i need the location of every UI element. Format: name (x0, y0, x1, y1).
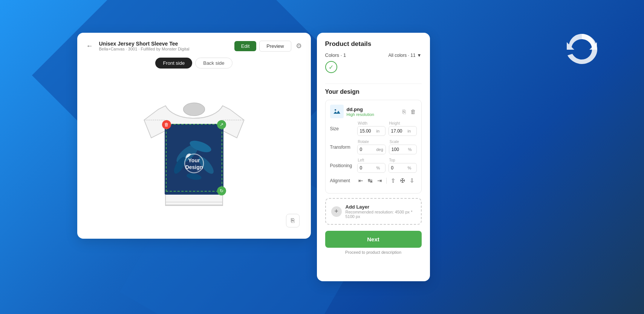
your-design-section: Your design dd.png (325, 88, 422, 231)
front-side-button[interactable]: Front side (155, 58, 192, 69)
align-center-h-button[interactable]: ↹ (367, 177, 374, 185)
size-fields: Width in Height in (357, 121, 417, 136)
add-layer-subtitle: Recommended resolution: 4500 px * 5100 p… (346, 210, 416, 219)
scale-unit: % (408, 145, 414, 154)
chevron-down-icon: ▼ (417, 53, 422, 58)
transform-label: Transform (330, 145, 357, 150)
left-input-group: % (357, 163, 385, 173)
next-button-subtitle: Proceed to product description (325, 250, 422, 255)
transform-row: Transform Rotate deg Scale (330, 140, 417, 154)
rotate-input[interactable] (358, 145, 376, 154)
delete-design-button[interactable]: 🗑 (410, 108, 417, 116)
header-right: Edit Preview ⚙ (234, 40, 303, 52)
align-left-button[interactable]: ⇤ (357, 177, 364, 185)
height-field-group: Height in (389, 121, 417, 136)
size-row: Size Width in Height (330, 121, 417, 136)
design-file-resolution: High resolution (347, 112, 374, 117)
design-file-info: dd.png High resolution (347, 107, 374, 117)
scale-sublabel: Scale (389, 140, 417, 144)
side-toggle: Front side Back side (85, 58, 303, 69)
rotate-field-group: Rotate deg (357, 140, 386, 154)
product-details-section: Product details Colors · 1 All colors · … (325, 40, 422, 79)
width-sublabel: Width (357, 121, 385, 125)
width-field-group: Width in (357, 121, 385, 136)
alignment-icons: ⇤ ↹ ⇥ ⇧ ✠ ⇩ (357, 177, 416, 185)
height-input[interactable] (389, 127, 408, 136)
left-input[interactable] (358, 163, 376, 172)
rotate-input-group: deg (357, 145, 386, 154)
width-unit: in (376, 127, 382, 135)
align-middle-v-button[interactable]: ✠ (399, 177, 406, 185)
settings-button[interactable]: ⚙ (294, 40, 303, 52)
refresh-icon (565, 30, 599, 66)
align-right-button[interactable]: ⇥ (376, 177, 383, 185)
add-layer-button[interactable]: + Add Layer Recommended resolution: 4500… (325, 198, 422, 225)
top-sublabel: Top (389, 158, 417, 162)
scale-field-group: Scale % (389, 140, 417, 154)
top-unit: % (408, 164, 414, 172)
product-details-title: Product details (325, 40, 422, 48)
add-layer-title: Add Layer (346, 204, 416, 210)
size-label: Size (330, 126, 357, 131)
svg-rect-14 (332, 107, 341, 116)
keyboard-button[interactable]: ⎘ (286, 214, 300, 227)
copy-design-button[interactable]: ⎘ (402, 108, 407, 116)
positioning-label: Positioning (330, 163, 357, 168)
positioning-fields: Left % Top % (357, 158, 417, 173)
product-title: Unisex Jersey Short Sleeve Tee (99, 41, 190, 47)
resize-handle[interactable]: ↗ (217, 120, 226, 129)
transform-fields: Rotate deg Scale % (357, 140, 417, 154)
product-subtitle: Bella+Canvas · 3001 · Fulfilled by Monst… (99, 47, 190, 51)
align-separator (386, 178, 387, 184)
your-design-title: Your design (325, 88, 422, 95)
editor-header: ← Unisex Jersey Short Sleeve Tee Bella+C… (85, 40, 303, 52)
left-sublabel: Left (357, 158, 385, 162)
top-input-group: % (389, 163, 417, 173)
back-side-button[interactable]: Back side (195, 58, 232, 69)
design-thumbnail (330, 105, 344, 118)
width-input[interactable] (358, 127, 376, 136)
design-file-actions: ⎘ 🗑 (402, 108, 417, 116)
color-check-circle[interactable]: ✓ (325, 61, 337, 73)
next-button[interactable]: Next (325, 231, 422, 248)
add-layer-icon: + (331, 206, 342, 217)
design-selection-overlay: 🗑 ↗ ↻ (166, 124, 222, 192)
tshirt-container: Your Design 🗑 ↗ ↻ (134, 84, 254, 220)
design-file-header: dd.png High resolution ⎘ 🗑 (330, 105, 417, 118)
preview-button[interactable]: Preview (259, 41, 291, 52)
edit-button[interactable]: Edit (234, 41, 256, 51)
alignment-row: Alignment ⇤ ↹ ⇥ ⇧ ✠ ⇩ (330, 177, 417, 185)
svg-point-15 (335, 109, 336, 111)
height-sublabel: Height (389, 121, 417, 125)
editor-panel: ← Unisex Jersey Short Sleeve Tee Bella+C… (77, 33, 311, 239)
svg-point-0 (183, 103, 205, 116)
rotate-sublabel: Rotate (357, 140, 386, 144)
scale-input[interactable] (389, 145, 408, 154)
width-input-group: in (357, 126, 385, 136)
colors-label: Colors · 1 (325, 52, 346, 58)
positioning-row: Positioning Left % Top (330, 158, 417, 173)
align-bottom-button[interactable]: ⇩ (408, 177, 416, 185)
scale-input-group: % (389, 145, 417, 154)
header-left: ← Unisex Jersey Short Sleeve Tee Bella+C… (85, 41, 190, 52)
product-info: Unisex Jersey Short Sleeve Tee Bella+Can… (99, 41, 190, 51)
alignment-label: Alignment (330, 178, 357, 183)
colors-row: Colors · 1 All colors · 11 ▼ (325, 52, 422, 58)
back-button[interactable]: ← (85, 41, 95, 52)
all-colors-label: All colors · 11 (389, 53, 416, 58)
divider-1 (325, 84, 422, 84)
canvas-area: Your Design 🗑 ↗ ↻ ⎘ (85, 73, 303, 231)
top-input[interactable] (389, 163, 408, 172)
left-field-group: Left % (357, 158, 385, 173)
align-top-button[interactable]: ⇧ (390, 177, 397, 185)
rotate-handle[interactable]: ↻ (217, 186, 226, 195)
delete-handle[interactable]: 🗑 (162, 120, 171, 129)
design-file-card: dd.png High resolution ⎘ 🗑 Size Width (325, 100, 422, 194)
top-field-group: Top % (389, 158, 417, 173)
all-colors-button[interactable]: All colors · 11 ▼ (389, 53, 422, 58)
right-panel: Product details Colors · 1 All colors · … (317, 33, 430, 281)
design-file-left: dd.png High resolution (330, 105, 374, 118)
rotate-unit: deg (376, 145, 385, 154)
height-input-group: in (389, 126, 417, 136)
height-unit: in (408, 127, 413, 135)
